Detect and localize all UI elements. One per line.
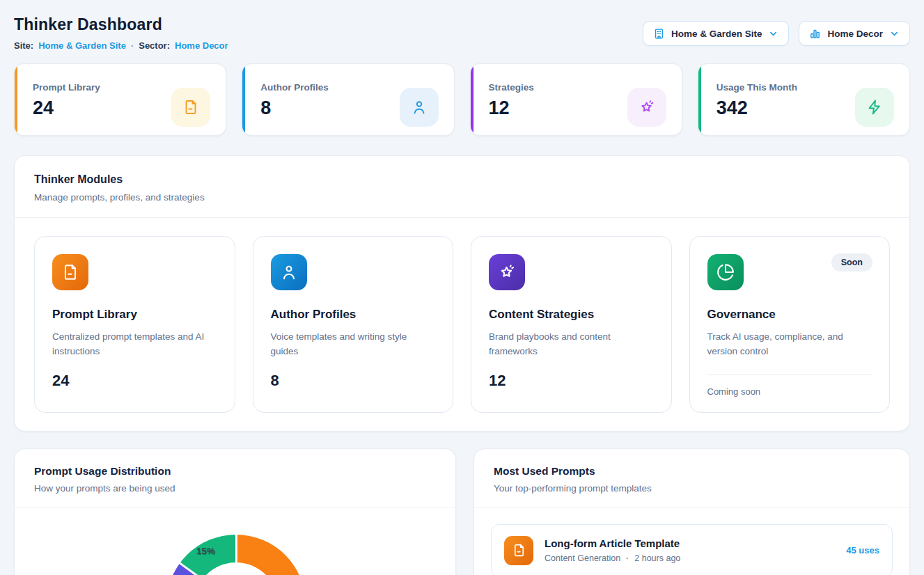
module-card-author-profiles[interactable]: Author Profiles Voice templates and writ…: [253, 236, 454, 413]
usage-chart-area: 15%: [15, 507, 455, 575]
prompt-item-category: Content Generation: [545, 553, 620, 563]
prompt-item-uses: 45 uses: [846, 545, 879, 556]
most-used-title: Most Used Prompts: [494, 465, 890, 478]
page-title: Thinker Dashboard: [14, 15, 228, 34]
user-icon: [400, 88, 439, 127]
usage-panel-title: Prompt Usage Distribution: [34, 465, 436, 478]
prompt-item-time: 2 hours ago: [634, 553, 680, 563]
stat-card-author-profiles[interactable]: Author Profiles 8: [242, 63, 454, 136]
header-left: Thinker Dashboard Site: Home & Garden Si…: [14, 15, 228, 51]
site-label: Site:: [14, 40, 33, 51]
stat-card-usage[interactable]: Usage This Month 342: [698, 63, 910, 136]
building-icon: [653, 28, 665, 40]
stat-label: Author Profiles: [260, 82, 329, 93]
bottom-row: Prompt Usage Distribution How your promp…: [14, 448, 910, 575]
prompt-item-main: Long-form Article Template Content Gener…: [545, 537, 835, 563]
chevron-down-icon: [889, 29, 900, 39]
module-description: Brand playbooks and content frameworks: [489, 330, 654, 359]
module-count: 12: [489, 372, 654, 390]
stat-label: Strategies: [489, 82, 534, 93]
page-header: Thinker Dashboard Site: Home & Garden Si…: [14, 15, 910, 51]
module-card-prompt-library[interactable]: Prompt Library Centralized prompt templa…: [34, 236, 235, 413]
site-selector-button[interactable]: Home & Garden Site: [643, 21, 790, 46]
module-description: Voice templates and writing style guides: [271, 330, 436, 359]
sector-link[interactable]: Home Decor: [175, 40, 228, 51]
modules-subtitle: Manage prompts, profiles, and strategies: [34, 192, 890, 203]
meta-dot: ·: [626, 553, 629, 563]
site-selector-label: Home & Garden Site: [671, 29, 762, 39]
document-icon: [171, 88, 210, 127]
breadcrumb-dot: ·: [131, 40, 134, 51]
sector-label: Sector:: [139, 40, 170, 51]
thinker-modules-section: Thinker Modules Manage prompts, profiles…: [14, 155, 910, 432]
module-title: Content Strategies: [489, 308, 654, 322]
stat-text: Prompt Library 24: [33, 82, 100, 132]
user-icon: [271, 254, 307, 290]
module-title: Author Profiles: [271, 308, 436, 322]
modules-grid: Prompt Library Centralized prompt templa…: [15, 218, 909, 431]
stat-text: Usage This Month 342: [717, 82, 797, 132]
soon-badge: Soon: [831, 253, 872, 271]
stats-row: Prompt Library 24 Author Profiles 8 Stra…: [14, 63, 910, 136]
module-description: Track AI usage, compliance, and version …: [707, 330, 872, 359]
modules-title: Thinker Modules: [34, 173, 890, 186]
stat-value: 12: [489, 97, 534, 119]
prompt-item-title: Long-form Article Template: [545, 537, 835, 549]
dashboard-page: Thinker Dashboard Site: Home & Garden Si…: [0, 0, 924, 575]
document-icon: [504, 536, 533, 565]
coming-soon-text: Coming soon: [707, 386, 872, 397]
stat-value: 8: [260, 97, 329, 119]
stat-label: Usage This Month: [717, 82, 797, 93]
prompt-list-item[interactable]: Long-form Article Template Content Gener…: [491, 524, 893, 575]
prompt-list: Long-form Article Template Content Gener…: [474, 507, 909, 575]
module-description: Centralized prompt templates and AI inst…: [52, 330, 217, 359]
header-buttons: Home & Garden Site Home Decor: [643, 21, 910, 46]
modules-header: Thinker Modules Manage prompts, profiles…: [15, 156, 909, 218]
most-used-header: Most Used Prompts Your top-performing pr…: [474, 449, 909, 507]
stat-value: 342: [717, 97, 797, 119]
prompt-item-meta: Content Generation · 2 hours ago: [545, 553, 835, 563]
stat-text: Strategies 12: [489, 82, 534, 132]
most-used-prompts-panel: Most Used Prompts Your top-performing pr…: [473, 448, 910, 575]
usage-distribution-panel: Prompt Usage Distribution How your promp…: [14, 448, 456, 575]
site-link[interactable]: Home & Garden Site: [38, 40, 126, 51]
breadcrumb: Site: Home & Garden Site · Sector: Home …: [14, 40, 228, 51]
module-card-content-strategies[interactable]: Content Strategies Brand playbooks and c…: [471, 236, 672, 413]
sector-selector-button[interactable]: Home Decor: [799, 21, 910, 46]
stat-card-strategies[interactable]: Strategies 12: [470, 63, 682, 136]
module-card-governance[interactable]: Soon Governance Track AI usage, complian…: [689, 236, 891, 413]
sparkle-star-icon: [627, 88, 666, 127]
document-icon: [52, 254, 88, 290]
pie-chart-icon: [707, 254, 744, 290]
lightning-icon: [855, 88, 894, 127]
module-title: Governance: [707, 308, 872, 322]
usage-donut[interactable]: 15%: [166, 535, 306, 575]
bar-chart-icon: [809, 28, 821, 40]
stat-text: Author Profiles 8: [260, 82, 329, 132]
most-used-subtitle: Your top-performing prompt templates: [494, 483, 890, 494]
donut-segment-label: 15%: [196, 546, 215, 556]
divider: [707, 375, 872, 375]
usage-panel-header: Prompt Usage Distribution How your promp…: [15, 449, 455, 507]
module-count: 24: [52, 372, 217, 390]
stat-label: Prompt Library: [33, 82, 100, 93]
sector-selector-label: Home Decor: [827, 29, 883, 39]
stat-value: 24: [33, 97, 100, 119]
chevron-down-icon: [768, 29, 778, 39]
module-title: Prompt Library: [52, 308, 217, 322]
sparkle-star-icon: [489, 254, 525, 290]
usage-panel-subtitle: How your prompts are being used: [34, 483, 436, 494]
stat-card-prompt-library[interactable]: Prompt Library 24: [14, 63, 226, 136]
module-count: 8: [271, 372, 436, 390]
